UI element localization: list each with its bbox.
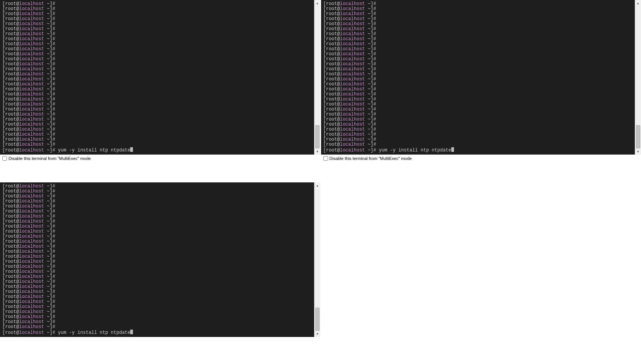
cursor-icon <box>130 330 133 334</box>
disable-multiexec-label: Disable this terminal from "MultiExec" m… <box>9 156 91 161</box>
scroll-thumb[interactable] <box>315 125 320 148</box>
scroll-up-icon[interactable]: ▴ <box>315 182 320 189</box>
scroll-thumb[interactable] <box>315 308 320 331</box>
scrollbar[interactable]: ▴▾ <box>635 0 641 155</box>
prompt-line: [root@localhost ~]# <box>2 325 312 330</box>
prompt-line: [root@localhost ~]# <box>323 142 633 147</box>
typed-command: yum -y install ntp ntpdate <box>376 148 451 153</box>
typed-command: yum -y install ntp ntpdate <box>55 330 130 335</box>
scroll-down-icon[interactable]: ▾ <box>315 148 320 155</box>
scroll-down-icon[interactable]: ▾ <box>315 331 320 337</box>
scroll-up-icon[interactable]: ▴ <box>635 0 641 6</box>
disable-multiexec-row[interactable]: Disable this terminal from "MultiExec" m… <box>0 155 320 162</box>
scrollbar[interactable]: ▴▾ <box>314 0 320 155</box>
disable-multiexec-row[interactable]: Disable this terminal from "MultiExec" m… <box>321 155 641 162</box>
terminal[interactable]: [root@localhost ~]#[root@localhost ~]#[r… <box>0 0 314 155</box>
disable-multiexec-checkbox[interactable] <box>2 156 7 161</box>
scroll-down-icon[interactable]: ▾ <box>635 148 641 155</box>
scrollbar[interactable]: ▴▾ <box>314 182 320 337</box>
prompt-line-command: [root@localhost ~]# yum -y install ntp n… <box>323 147 633 153</box>
prompt-line-command: [root@localhost ~]# yum -y install ntp n… <box>2 330 312 335</box>
terminal[interactable]: [root@localhost ~]#[root@localhost ~]#[r… <box>0 182 314 337</box>
scroll-thumb[interactable] <box>636 125 640 148</box>
cursor-icon <box>130 147 133 152</box>
disable-multiexec-label: Disable this terminal from "MultiExec" m… <box>330 156 412 161</box>
prompt-line-command: [root@localhost ~]# yum -y install ntp n… <box>2 147 312 153</box>
prompt-line: [root@localhost ~]# <box>2 142 312 147</box>
cursor-icon <box>451 147 454 152</box>
terminal-pane: [root@localhost ~]#[root@localhost ~]#[r… <box>0 0 320 182</box>
terminal-pane: [root@localhost ~]#[root@localhost ~]#[r… <box>0 182 320 364</box>
typed-command: yum -y install ntp ntpdate <box>55 148 130 153</box>
empty-pane <box>321 182 641 364</box>
disable-multiexec-checkbox[interactable] <box>323 156 328 161</box>
terminal-pane: [root@localhost ~]#[root@localhost ~]#[r… <box>321 0 641 182</box>
terminal[interactable]: [root@localhost ~]#[root@localhost ~]#[r… <box>321 0 635 155</box>
scroll-up-icon[interactable]: ▴ <box>315 0 320 6</box>
